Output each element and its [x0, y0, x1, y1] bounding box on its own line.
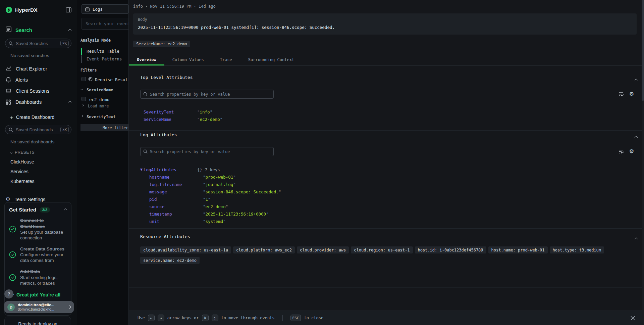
attribute-key[interactable]: unit — [149, 219, 203, 224]
resource-chip[interactable]: service.name: ec2-demo — [140, 257, 200, 264]
presets-toggle[interactable]: PRESETS — [10, 150, 77, 155]
check-circle-icon — [9, 226, 16, 233]
wrap-lines-icon[interactable] — [619, 92, 624, 96]
collapse-section-button[interactable] — [635, 133, 637, 140]
check-circle-icon — [9, 274, 16, 281]
section-title-log-attributes: Log Attributes — [140, 132, 177, 137]
sidebar-item-search[interactable]: Search — [0, 27, 77, 34]
collapse-section-button[interactable] — [635, 76, 637, 82]
resource-chip[interactable]: cloud.platform: aws_ec2 — [233, 246, 295, 253]
user-account-button[interactable]: D dominic.tran@clic... dominic.tran@clic… — [4, 301, 74, 313]
collapse-sidebar-icon[interactable] — [66, 7, 71, 12]
create-dashboard-button[interactable]: + Create Dashboard — [0, 110, 77, 120]
get-started-item[interactable]: Add Data Start sending logs, metrics, or… — [9, 269, 67, 286]
attribute-row[interactable]: log.file.name journal.log — [140, 181, 281, 188]
tab-surrounding-context[interactable]: Surrounding Context — [240, 54, 302, 65]
attribute-row[interactable]: timestamp 2025-11-11T23:56:19+0000 — [140, 210, 281, 218]
attribute-value[interactable]: prod-web-01 — [203, 175, 236, 180]
preset-kubernetes[interactable]: Kubernetes — [10, 179, 77, 184]
get-started-item[interactable]: Create Data Sources Configure where your… — [9, 246, 67, 264]
resource-chip[interactable]: cloud.availability_zone: us-east-1a — [140, 246, 231, 253]
attribute-row[interactable]: source ec2-demo — [140, 203, 281, 210]
section-actions: ⚙ — [619, 149, 634, 154]
sidebar-item-chart-explorer[interactable]: Chart Explorer — [0, 63, 77, 74]
attribute-key[interactable]: pid — [149, 197, 203, 202]
denoise-checkbox[interactable] — [82, 77, 86, 81]
close-icon[interactable] — [630, 316, 635, 321]
attribute-value[interactable]: journal.log — [203, 182, 236, 187]
attribute-row[interactable]: SeverityText info — [144, 108, 222, 115]
dashboard-grid-icon — [6, 99, 11, 105]
attribute-key[interactable]: source — [149, 204, 203, 209]
attribute-row[interactable]: unit systemd — [140, 218, 281, 225]
bell-icon — [6, 77, 11, 83]
chevron-right-icon[interactable] — [82, 104, 84, 106]
service-name-chip[interactable]: ServiceName: ec2-demo — [133, 41, 190, 47]
scrollbar-thumb[interactable] — [642, 0, 644, 101]
ec2-demo-checkbox[interactable] — [82, 97, 86, 101]
get-started-header[interactable]: Get Started 3/3 — [9, 202, 67, 213]
resource-chip[interactable]: host.type: t3.medium — [550, 246, 604, 253]
attribute-value[interactable]: systemd — [203, 219, 226, 224]
attribute-value[interactable]: session-846.scope: Succeeded. — [203, 189, 281, 194]
filter-group-servicename[interactable]: ServiceName — [87, 88, 113, 92]
attribute-value[interactable]: ec2-demo — [197, 117, 222, 122]
load-more-link[interactable]: Load more — [88, 104, 109, 108]
chevron-down-icon — [10, 151, 12, 153]
filter-value-ec2-demo[interactable]: ec2-demo — [89, 97, 109, 102]
resource-chip[interactable]: cloud.provider: aws — [297, 246, 349, 253]
attribute-value[interactable]: info — [197, 109, 212, 114]
attribute-value[interactable]: ec2-demo — [203, 204, 228, 209]
attribute-row[interactable]: pid 1 — [140, 195, 281, 203]
log-attributes-search-input[interactable] — [140, 147, 274, 156]
attribute-key[interactable]: SeverityText — [144, 109, 197, 114]
saved-searches-input[interactable]: Saved Searches ⌘K — [5, 39, 71, 48]
top-level-search-input[interactable] — [140, 90, 274, 99]
attribute-key[interactable]: timestamp — [149, 212, 203, 217]
attribute-value[interactable]: 2025-11-11T23:56:19+0000 — [203, 212, 269, 217]
no-saved-dashboards-text: No saved dashboards — [10, 139, 77, 144]
collapse-section-button[interactable] — [635, 235, 637, 241]
attribute-key[interactable]: message — [149, 189, 203, 194]
congrats-text: Great job! You're all — [16, 292, 60, 298]
attribute-key[interactable]: LogAttributes — [144, 167, 197, 172]
preset-services[interactable]: Services — [10, 169, 77, 174]
sidebar-item-alerts[interactable]: Alerts — [0, 74, 77, 85]
mode-event-patterns[interactable]: Event Patterns — [87, 56, 122, 61]
sidebar-item-dashboards[interactable]: Dashboards — [0, 96, 77, 107]
user-name: dominic.tran@clic... — [18, 303, 54, 307]
chevron-down-icon[interactable] — [80, 88, 83, 90]
attribute-row[interactable]: message session-846.scope: Succeeded. — [140, 188, 281, 195]
tab-column-values[interactable]: Column Values — [164, 54, 212, 65]
gear-icon[interactable]: ⚙ — [629, 91, 634, 97]
tab-overview[interactable]: Overview — [129, 54, 164, 65]
help-button[interactable]: ? — [4, 289, 13, 298]
scrollbar[interactable] — [642, 0, 644, 325]
chevron-right-icon[interactable] — [81, 115, 83, 117]
tab-trace[interactable]: Trace — [212, 54, 240, 65]
attribute-key[interactable]: log.file.name — [149, 182, 203, 187]
attribute-key[interactable]: ServiceName — [144, 117, 197, 122]
resource-chip[interactable]: cloud.region: us-east-1 — [351, 246, 413, 253]
source-selector-button[interactable]: Logs — [82, 4, 128, 14]
attribute-key[interactable]: hostname — [149, 175, 203, 180]
attribute-row[interactable]: ServiceName ec2-demo — [144, 115, 222, 123]
event-search-input[interactable] — [82, 18, 135, 30]
step-title: Add Data — [20, 269, 67, 275]
sidebar-item-client-sessions[interactable]: Client Sessions — [0, 85, 77, 96]
mode-results-table[interactable]: Results Table — [87, 49, 119, 54]
wrap-lines-icon[interactable] — [619, 149, 624, 154]
filter-group-severitytext[interactable]: SeverityText — [87, 114, 116, 119]
get-started-item[interactable]: Connect to ClickHouse Set up your databa… — [9, 218, 67, 241]
resource-chip[interactable]: host.id: i-0abc123def456789 — [415, 246, 486, 253]
keys-count: {} 7 keys — [197, 167, 220, 172]
preset-clickhouse[interactable]: ClickHouse — [10, 159, 77, 165]
resource-chip[interactable]: host.name: prod-web-01 — [488, 246, 548, 253]
saved-dashboards-input[interactable]: Saved Dashboards ⌘K — [5, 125, 71, 134]
kbd-esc: ESC — [290, 315, 301, 321]
caret-down-icon[interactable]: ▼ — [140, 168, 144, 171]
attribute-row[interactable]: hostname prod-web-01 — [140, 173, 281, 181]
tree-root-row[interactable]: ▼ LogAttributes {} 7 keys — [140, 166, 281, 173]
gear-icon[interactable]: ⚙ — [629, 149, 634, 154]
attribute-value[interactable]: 1 — [203, 197, 211, 202]
